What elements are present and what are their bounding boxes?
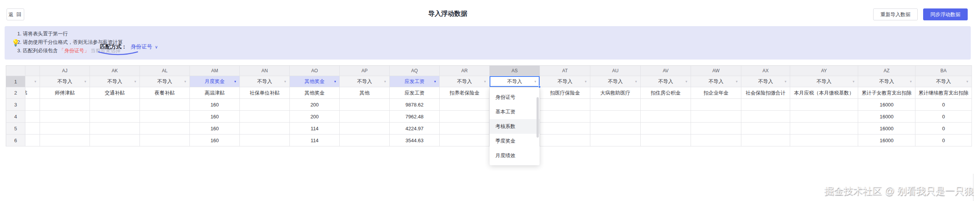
data-cell-AM6[interactable]: 160 (190, 135, 240, 146)
data-cell-AQ5[interactable]: 4224.97 (390, 123, 440, 135)
data-cell-AO3[interactable]: 200 (290, 99, 340, 111)
header-cell-AV[interactable]: 扣住房公积金 (641, 87, 691, 99)
header-cell-AM[interactable]: 高温津贴 (190, 87, 240, 99)
mapping-cell-stub[interactable]: ▼ (25, 76, 40, 87)
column-letter-AL[interactable]: AL (140, 66, 190, 76)
header-cell-AN[interactable]: 社保单位补贴 (240, 87, 290, 99)
data-cell-AJ3[interactable] (40, 99, 90, 111)
data-cell-AM4[interactable]: 160 (190, 111, 240, 123)
data-cell-AR3[interactable] (440, 99, 490, 111)
back-button[interactable]: 返 回 (7, 8, 24, 20)
mapping-cell-AY[interactable]: 不导入▼ (790, 76, 858, 87)
data-cell-AX6[interactable] (741, 135, 790, 146)
data-cell-AJ4[interactable] (40, 111, 90, 123)
data-cell-AV6[interactable] (641, 135, 691, 146)
row-number-5[interactable]: 5 (6, 123, 25, 135)
header-cell-AY[interactable]: 本月应税（本月缴税基数） (790, 87, 858, 99)
column-letter-AP[interactable]: AP (340, 66, 390, 76)
data-cell-AX5[interactable] (741, 123, 790, 135)
mapping-cell-AL[interactable]: 不导入▼ (140, 76, 190, 87)
row-number-3[interactable]: 3 (6, 99, 25, 111)
data-cell-AT6[interactable] (540, 135, 590, 146)
data-cell-AR4[interactable] (440, 111, 490, 123)
data-cell-AQ6[interactable]: 3544.63 (390, 135, 440, 146)
data-cell-AY6[interactable] (790, 135, 858, 146)
mapping-cell-AQ[interactable]: 应发工资▼ (390, 76, 440, 87)
data-cell-AJ6[interactable] (40, 135, 90, 146)
data-cell-stub[interactable] (25, 123, 40, 135)
dropdown-item-基本工资[interactable]: 基本工资 (490, 105, 540, 119)
mapping-cell-AW[interactable]: 不导入▼ (691, 76, 741, 87)
header-cell-AJ[interactable]: 师傅津贴 (40, 87, 90, 99)
header-cell-AZ[interactable]: 累计子女教育支出扣除 (858, 87, 915, 99)
column-letter-AK[interactable]: AK (90, 66, 140, 76)
match-mode-select[interactable]: 身份证号 (131, 43, 152, 50)
data-cell-AX4[interactable] (741, 111, 790, 123)
data-cell-AP4[interactable] (340, 111, 390, 123)
data-cell-AO5[interactable]: 114 (290, 123, 340, 135)
header-cell-AO[interactable]: 其他奖金 (290, 87, 340, 99)
data-cell-AT3[interactable] (540, 99, 590, 111)
data-cell-AQ4[interactable]: 7962.48 (390, 111, 440, 123)
data-cell-AK6[interactable] (90, 135, 140, 146)
column-letter-AO[interactable]: AO (290, 66, 340, 76)
header-cell-AR[interactable]: 扣养老保险金 (440, 87, 490, 99)
data-cell-AN6[interactable] (240, 135, 290, 146)
data-cell-AW4[interactable] (691, 111, 741, 123)
dropdown-scrollbar-thumb[interactable] (537, 97, 539, 138)
dropdown-item-季度奖金[interactable]: 季度奖金 (490, 134, 540, 148)
mapping-cell-AZ[interactable]: 不导入▼ (858, 76, 915, 87)
column-letter-AS[interactable]: AS (490, 66, 540, 76)
data-cell-AZ4[interactable]: 16000 (858, 111, 915, 123)
data-cell-AY5[interactable] (790, 123, 858, 135)
mapping-cell-AT[interactable]: 不导入▼ (540, 76, 590, 87)
mapping-cell-BA[interactable]: 不导入▼ (915, 76, 972, 87)
data-cell-AR5[interactable] (440, 123, 490, 135)
dropdown-item-考核系数[interactable]: 考核系数 (490, 119, 540, 134)
data-cell-AN4[interactable] (240, 111, 290, 123)
data-cell-AP3[interactable] (340, 99, 390, 111)
mapping-cell-AX[interactable]: 不导入▼ (741, 76, 790, 87)
column-letter-AM[interactable]: AM (190, 66, 240, 76)
data-cell-AT5[interactable] (540, 123, 590, 135)
data-cell-AQ3[interactable]: 9878.62 (390, 99, 440, 111)
header-cell-AW[interactable]: 扣企业年金 (691, 87, 741, 99)
data-cell-AW3[interactable] (691, 99, 741, 111)
data-cell-AN5[interactable] (240, 123, 290, 135)
data-cell-AK4[interactable] (90, 111, 140, 123)
data-cell-AO4[interactable]: 200 (290, 111, 340, 123)
data-cell-AL6[interactable] (140, 135, 190, 146)
dropdown-item-身份证号[interactable]: 身份证号 (490, 90, 540, 105)
header-cell-AU[interactable]: 大病救助医疗 (590, 87, 641, 99)
data-cell-AZ6[interactable]: 16000 (858, 135, 915, 146)
column-letter-AT[interactable]: AT (540, 66, 590, 76)
column-letter-AX[interactable]: AX (741, 66, 790, 76)
row-number-2[interactable]: 2 (6, 87, 25, 99)
mapping-cell-AR[interactable]: 不导入▼ (440, 76, 490, 87)
header-cell-AQ[interactable]: 应发工资 (390, 87, 440, 99)
data-cell-AL4[interactable] (140, 111, 190, 123)
data-cell-AN3[interactable] (240, 99, 290, 111)
data-cell-AW6[interactable] (691, 135, 741, 146)
data-cell-AU4[interactable] (590, 111, 641, 123)
column-letter-AV[interactable]: AV (641, 66, 691, 76)
data-cell-AP5[interactable] (340, 123, 390, 135)
reimport-data-button[interactable]: 重新导入数据 (873, 8, 918, 20)
header-cell-BA[interactable]: 累计继续教育支出扣除 (915, 87, 972, 99)
data-cell-AL3[interactable] (140, 99, 190, 111)
row-number-6[interactable]: 6 (6, 135, 25, 146)
mapping-cell-AS[interactable]: 不导入▼ (490, 76, 540, 87)
mapping-cell-AP[interactable]: 不导入▼ (340, 76, 390, 87)
data-cell-AU3[interactable] (590, 99, 641, 111)
mapping-cell-AV[interactable]: 不导入▼ (641, 76, 691, 87)
data-cell-AV4[interactable] (641, 111, 691, 123)
data-cell-AP6[interactable] (340, 135, 390, 146)
data-cell-BA6[interactable]: 0 (915, 135, 972, 146)
column-letter-stub[interactable] (25, 66, 40, 76)
data-cell-AW5[interactable] (691, 123, 741, 135)
data-cell-AZ5[interactable]: 16000 (858, 123, 915, 135)
column-letter-AY[interactable]: AY (790, 66, 858, 76)
data-cell-AY4[interactable] (790, 111, 858, 123)
column-letter-AJ[interactable]: AJ (40, 66, 90, 76)
data-cell-stub[interactable] (25, 99, 40, 111)
